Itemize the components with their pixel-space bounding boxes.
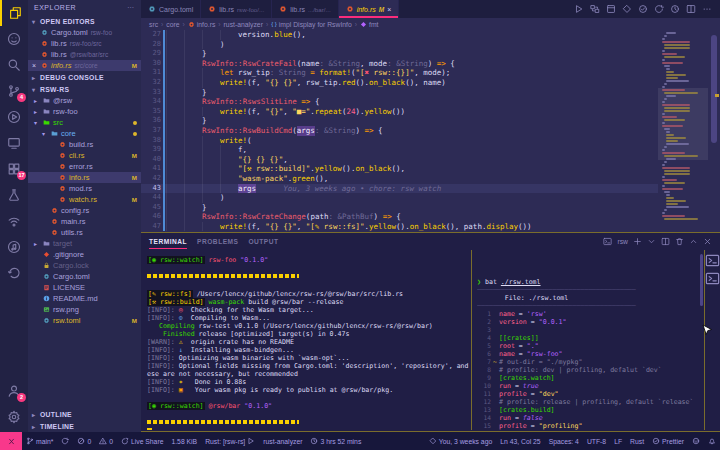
- section-header-timeline[interactable]: ▸TIMELINE: [28, 420, 141, 432]
- more-button[interactable]: [702, 4, 712, 14]
- run-button[interactable]: [574, 4, 584, 14]
- check-button[interactable]: [638, 4, 648, 14]
- tree-item-LICENSE[interactable]: LICENSE: [28, 282, 141, 293]
- activitybar-source-control[interactable]: 4: [0, 78, 28, 104]
- tree-item-core[interactable]: ▾core: [28, 128, 141, 139]
- tab-info.rs[interactable]: info.rsM×: [339, 0, 400, 18]
- code-pane[interactable]: 27version.blue(),28)29}30RswInfo::RswCra…: [141, 30, 658, 232]
- clock-button[interactable]: [670, 4, 680, 14]
- tree-item-.gitignore[interactable]: .gitignore: [28, 249, 141, 260]
- status-sync[interactable]: [57, 432, 73, 450]
- tree-item-target[interactable]: ▸target: [28, 238, 141, 249]
- splitv-button[interactable]: [686, 4, 696, 14]
- status-live-share[interactable]: Live Share: [117, 432, 168, 450]
- status-cursor-position[interactable]: Ln 43, Col 25: [496, 432, 544, 450]
- preview-button[interactable]: [606, 4, 616, 14]
- breadcrumb-item[interactable]: src: [149, 21, 158, 28]
- panel-tab-problems[interactable]: PROBLEMS: [197, 233, 238, 249]
- status-blame[interactable]: You, 3 weeks ago: [425, 432, 496, 450]
- tree-item-@rsw[interactable]: ▸@rsw: [28, 95, 141, 106]
- breadcrumb-item[interactable]: rust-analyzer: [224, 21, 263, 28]
- section-header-debug-console[interactable]: ▸DEBUG CONSOLE: [28, 71, 141, 83]
- activitybar-settings[interactable]: [0, 404, 28, 430]
- splitv-button[interactable]: [661, 237, 670, 246]
- status-encoding[interactable]: UTF-8: [583, 432, 610, 450]
- status-time-tracker[interactable]: 3 hrs 52 mins: [306, 432, 365, 450]
- editor-scrollbar[interactable]: [708, 30, 720, 232]
- tab-lib.rs[interactable]: lib.rs.../bar/...: [272, 0, 338, 18]
- terminal-scrollbar[interactable]: [700, 254, 703, 306]
- status-feedback[interactable]: [688, 432, 704, 450]
- chevdown-button[interactable]: [647, 237, 656, 246]
- status-remote-indicator[interactable]: [0, 432, 22, 450]
- breadcrumb-item[interactable]: { }impl Display for RswInfo: [271, 21, 352, 28]
- more-actions-icon[interactable]: ⋯: [127, 4, 135, 12]
- tree-item-rsw.toml[interactable]: rsw.tomlM: [28, 315, 141, 326]
- status-warnings[interactable]: 0: [95, 432, 117, 450]
- section-header-project-rsw-rs[interactable]: ▾RSW-RS: [28, 83, 141, 95]
- activitybar-github[interactable]: [0, 26, 28, 52]
- tree-item-Cargo.lock[interactable]: Cargo.lock: [28, 260, 141, 271]
- section-header-outline[interactable]: ▸OUTLINE: [28, 408, 141, 420]
- tree-item-Cargo.toml[interactable]: Cargo.toml: [28, 271, 141, 282]
- section-header-open-editors[interactable]: ▾OPEN EDITORS: [28, 15, 141, 27]
- chevup-button[interactable]: [689, 237, 698, 246]
- breadcrumb-item[interactable]: fmt: [360, 21, 378, 28]
- activitybar-run-debug[interactable]: [0, 104, 28, 130]
- close-button[interactable]: [703, 237, 712, 246]
- tree-item-error.rs[interactable]: error.rs: [28, 161, 141, 172]
- activitybar-explorer[interactable]: [0, 0, 28, 26]
- status-prettier[interactable]: Prettier: [648, 432, 688, 450]
- close-icon[interactable]: ×: [387, 6, 391, 13]
- activitybar-accounts[interactable]: 2: [0, 378, 28, 404]
- breadcrumb-item[interactable]: core: [166, 21, 179, 28]
- tree-item-rsw.png[interactable]: rsw.png: [28, 304, 141, 315]
- compare-button[interactable]: [590, 4, 600, 14]
- tree-item-utils.rs[interactable]: utils.rs: [28, 227, 141, 238]
- commit-button[interactable]: [622, 4, 632, 14]
- tree-item-build.rs[interactable]: build.rs: [28, 139, 141, 150]
- status-notifications[interactable]: [704, 432, 720, 450]
- tree-item-src[interactable]: ▾src: [28, 117, 141, 128]
- status-rust-analyzer[interactable]: rust-analyzer: [259, 432, 306, 450]
- status-rust-target[interactable]: Rust: [rsw-rs]: [201, 432, 259, 450]
- status-language-mode[interactable]: Rust: [626, 432, 648, 450]
- scrollbar-thumb[interactable]: [711, 35, 717, 143]
- terminal-main[interactable]: [◉ rsw::watch] rsw-foo "0.1.0"[✎ rsw::fs…: [141, 250, 472, 430]
- activitybar-live-share[interactable]: [0, 208, 28, 234]
- activitybar-extensions[interactable]: 17: [0, 156, 28, 182]
- tab-lib.rs[interactable]: lib.rsrsw-foo/...: [201, 0, 272, 18]
- status-indentation[interactable]: Spaces: 4: [545, 432, 583, 450]
- terminal-list-item[interactable]: [705, 271, 720, 286]
- activitybar-remote-explorer[interactable]: [0, 130, 28, 156]
- activitybar-music[interactable]: [0, 234, 28, 260]
- close-icon[interactable]: ×: [32, 62, 38, 69]
- tab-Cargo.toml[interactable]: Cargo.toml: [141, 0, 201, 18]
- terminal-split-bat[interactable]: ❯ bat ./rsw.toml────────────────────────…: [472, 250, 705, 430]
- panel-tab-output[interactable]: OUTPUT: [248, 233, 278, 249]
- minimap[interactable]: [658, 30, 708, 232]
- open-editor-item[interactable]: ×info.rssrc/coreM: [28, 60, 141, 71]
- sync-button[interactable]: [654, 4, 664, 14]
- status-file-size[interactable]: 1.58 KiB: [167, 432, 201, 450]
- status-errors[interactable]: 0: [73, 432, 95, 450]
- tree-item-mod.rs[interactable]: mod.rs: [28, 183, 141, 194]
- status-git-branch[interactable]: main*: [22, 432, 57, 450]
- activitybar-search[interactable]: [0, 52, 28, 78]
- tree-item-cli.rs[interactable]: cli.rsM: [28, 150, 141, 161]
- activitybar-history[interactable]: [0, 260, 28, 286]
- trash-button[interactable]: [675, 237, 684, 246]
- tree-item-rsw-foo[interactable]: ▸rsw-foo: [28, 106, 141, 117]
- open-editor-item[interactable]: lib.rs@rsw/bar/src: [28, 49, 141, 60]
- tree-item-config.rs[interactable]: config.rs: [28, 205, 141, 216]
- tree-item-README.md[interactable]: README.md: [28, 293, 141, 304]
- open-editor-item[interactable]: lib.rsrsw-foo/src: [28, 38, 141, 49]
- tree-item-main.rs[interactable]: main.rs: [28, 216, 141, 227]
- tree-item-watch.rs[interactable]: watch.rsM: [28, 194, 141, 205]
- terminal-list-item[interactable]: [705, 253, 720, 268]
- tree-item-info.rs[interactable]: info.rsM: [28, 172, 141, 183]
- breadcrumb-item[interactable]: info.rs: [188, 21, 216, 28]
- editor[interactable]: 27version.blue(),28)29}30RswInfo::RswCra…: [141, 30, 720, 232]
- panel-tab-terminal[interactable]: TERMINAL: [149, 233, 187, 249]
- activitybar-testing[interactable]: [0, 182, 28, 208]
